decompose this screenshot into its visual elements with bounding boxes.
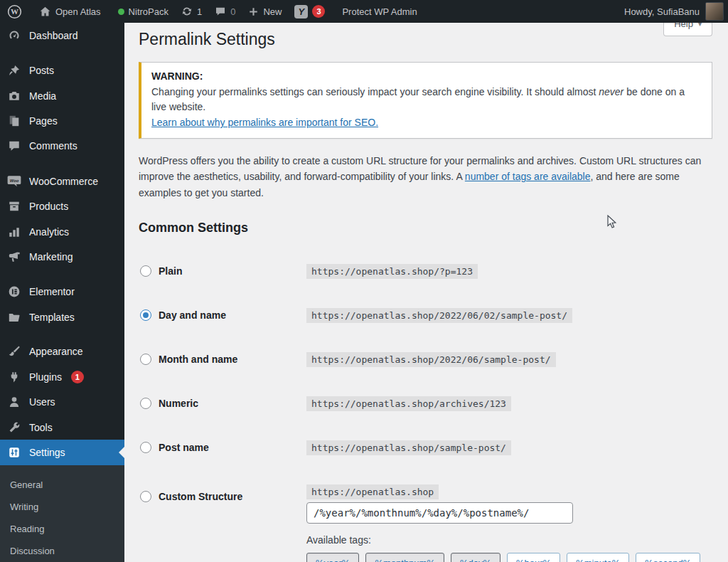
sidebar-item-woocommerce[interactable]: Woo WooCommerce bbox=[0, 169, 124, 193]
sidebar-item-products[interactable]: Products bbox=[0, 194, 124, 219]
option-example-url: https://openatlas.shop/archives/123 bbox=[306, 396, 511, 411]
sidebar-item-pages[interactable]: Pages bbox=[0, 108, 124, 133]
plugins-update-badge: 1 bbox=[71, 371, 84, 383]
sidebar-item-appearance[interactable]: Appearance bbox=[0, 339, 124, 364]
howdy-account-menu[interactable]: Howdy, SufiaBanu bbox=[624, 6, 700, 17]
folder-icon bbox=[7, 311, 21, 324]
tag-button-day[interactable]: %day% bbox=[451, 553, 500, 562]
submenu-item-writing[interactable]: Writing bbox=[0, 496, 124, 518]
tag-button-minute[interactable]: %minute% bbox=[567, 553, 629, 562]
option-label[interactable]: Month and name bbox=[159, 354, 237, 365]
sidebar-item-comments[interactable]: Comments bbox=[0, 134, 124, 159]
option-row-post-name: Post name https://openatlas.shop/sample-… bbox=[139, 440, 712, 455]
custom-structure-input[interactable] bbox=[306, 502, 573, 524]
warning-text: Changing your permalinks settings can se… bbox=[151, 86, 599, 97]
option-row-plain: Plain https://openatlas.shop/?p=123 bbox=[139, 264, 712, 279]
bar-chart-icon bbox=[7, 226, 21, 238]
sidebar-item-marketing[interactable]: Marketing bbox=[0, 244, 124, 269]
pushpin-icon bbox=[7, 64, 21, 77]
sidebar-item-posts[interactable]: Posts bbox=[0, 58, 124, 83]
tag-button-year[interactable]: %year% bbox=[306, 553, 359, 562]
available-tags-link[interactable]: number of tags are available bbox=[465, 171, 591, 182]
sidebar-item-label: Posts bbox=[29, 65, 54, 76]
admin-sidebar: Dashboard Posts Media Pages Comments Woo… bbox=[0, 23, 124, 562]
new-content-menu[interactable]: New bbox=[242, 0, 288, 23]
comment-bubble-icon bbox=[7, 139, 21, 152]
submenu-item-general[interactable]: General bbox=[0, 474, 124, 496]
updates-count: 1 bbox=[197, 6, 202, 17]
option-row-custom-structure: Custom Structure https://openatlas.shop … bbox=[139, 484, 712, 562]
sidebar-item-templates[interactable]: Templates bbox=[0, 304, 124, 329]
site-name-menu[interactable]: Open Atlas bbox=[33, 0, 107, 23]
wordpress-logo-menu[interactable]: W bbox=[0, 0, 28, 23]
tag-button-monthnum[interactable]: %monthnum% bbox=[365, 553, 444, 562]
option-label[interactable]: Custom Structure bbox=[159, 491, 242, 502]
current-item-arrow bbox=[119, 447, 124, 458]
paintbrush-icon bbox=[7, 345, 21, 358]
nitropack-label: NitroPack bbox=[129, 6, 168, 17]
radio-post-name[interactable] bbox=[140, 442, 151, 453]
sidebar-item-label: Media bbox=[29, 90, 56, 102]
seo-permalinks-link[interactable]: Learn about why permalinks are important… bbox=[151, 117, 378, 128]
wordpress-logo-icon: W bbox=[7, 4, 22, 19]
main-content: Help ▾ Permalink Settings WARNING: Chang… bbox=[124, 23, 728, 562]
yoast-seo-menu[interactable]: Y 3 bbox=[288, 0, 331, 23]
sidebar-item-analytics[interactable]: Analytics bbox=[0, 219, 124, 244]
option-example-url: https://openatlas.shop/2022/06/02/sample… bbox=[306, 308, 572, 323]
warning-heading: WARNING: bbox=[151, 69, 702, 85]
page-title: Permalink Settings bbox=[139, 23, 712, 52]
available-tags-label: Available tags: bbox=[306, 534, 371, 546]
radio-plain[interactable] bbox=[140, 265, 151, 277]
option-example-url: https://openatlas.shop/?p=123 bbox=[306, 264, 478, 279]
tag-button-second[interactable]: %second% bbox=[636, 553, 700, 562]
sidebar-item-media[interactable]: Media bbox=[0, 83, 124, 108]
nitropack-menu[interactable]: NitroPack bbox=[112, 0, 175, 23]
submenu-item-discussion[interactable]: Discussion bbox=[0, 540, 124, 562]
sidebar-item-label: Tools bbox=[29, 422, 53, 433]
sidebar-item-elementor[interactable]: Elementor bbox=[0, 280, 124, 304]
option-label[interactable]: Post name bbox=[159, 442, 209, 453]
protect-wp-admin-menu[interactable]: Protect WP Admin bbox=[336, 0, 423, 23]
radio-day-and-name[interactable] bbox=[140, 309, 151, 321]
admin-bar: W Open Atlas NitroPack 1 0 New Y 3 Prot bbox=[0, 0, 728, 23]
sidebar-item-plugins[interactable]: Plugins 1 bbox=[0, 364, 124, 389]
sidebar-item-settings[interactable]: Settings bbox=[0, 440, 124, 465]
wrench-icon bbox=[7, 421, 21, 434]
tag-button-hour[interactable]: %hour% bbox=[507, 553, 560, 562]
submenu-label: Reading bbox=[10, 524, 44, 534]
radio-month-and-name[interactable] bbox=[140, 354, 151, 365]
sidebar-item-tools[interactable]: Tools bbox=[0, 415, 124, 440]
sidebar-item-label: Plugins bbox=[29, 371, 62, 383]
user-avatar[interactable] bbox=[705, 2, 724, 21]
option-row-day-and-name: Day and name https://openatlas.shop/2022… bbox=[139, 308, 712, 323]
intro-paragraph: WordPress offers you the ability to crea… bbox=[139, 153, 711, 201]
option-example-url: https://openatlas.shop/sample-post/ bbox=[306, 440, 511, 455]
sidebar-item-label: Users bbox=[29, 396, 55, 408]
radio-numeric[interactable] bbox=[140, 398, 151, 409]
submenu-item-reading[interactable]: Reading bbox=[0, 518, 124, 540]
option-label[interactable]: Numeric bbox=[159, 398, 198, 409]
update-icon bbox=[181, 6, 193, 17]
yoast-seo-icon: Y bbox=[294, 5, 308, 18]
sidebar-item-label: Comments bbox=[29, 140, 77, 152]
option-example-url: https://openatlas.shop/2022/06/sample-po… bbox=[306, 352, 556, 367]
sidebar-item-dashboard[interactable]: Dashboard bbox=[0, 23, 124, 48]
warning-body: Changing your permalinks settings can se… bbox=[151, 85, 702, 115]
settings-submenu: General Writing Reading Discussion bbox=[0, 465, 124, 562]
plus-icon bbox=[248, 6, 259, 17]
option-label[interactable]: Plain bbox=[159, 265, 182, 277]
warning-notice: WARNING: Changing your permalinks settin… bbox=[139, 62, 712, 139]
plug-icon bbox=[7, 371, 21, 383]
svg-text:W: W bbox=[11, 7, 18, 16]
option-label[interactable]: Day and name bbox=[159, 309, 226, 321]
home-icon bbox=[39, 6, 51, 18]
sidebar-item-label: Settings bbox=[29, 447, 65, 458]
pages-icon bbox=[7, 115, 21, 127]
sidebar-item-label: Dashboard bbox=[29, 30, 78, 41]
elementor-icon bbox=[7, 285, 21, 298]
sidebar-item-label: Appearance bbox=[29, 346, 83, 357]
radio-custom-structure[interactable] bbox=[140, 491, 151, 502]
updates-menu[interactable]: 1 bbox=[175, 0, 208, 23]
sidebar-item-users[interactable]: Users bbox=[0, 390, 124, 415]
comments-menu[interactable]: 0 bbox=[208, 0, 242, 23]
